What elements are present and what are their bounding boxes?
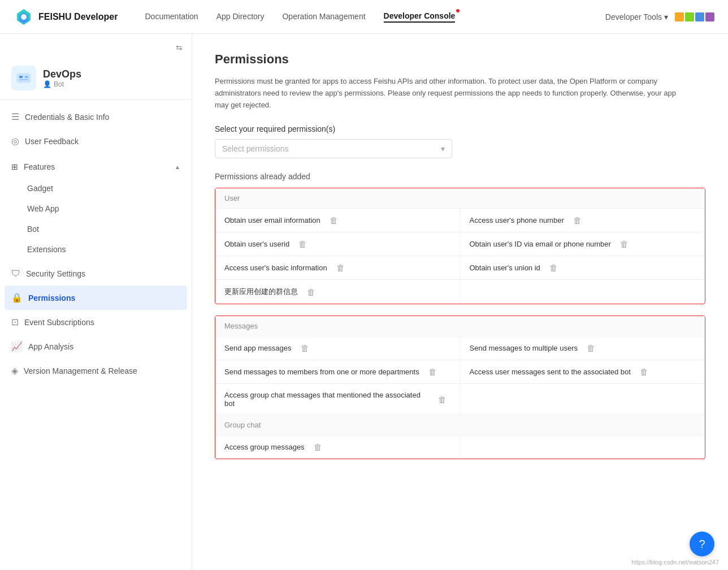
avatar-sq-4: [705, 12, 714, 21]
help-icon: ?: [699, 538, 705, 551]
user-avatar-squares[interactable]: [675, 12, 714, 21]
nav-operation-management[interactable]: Operation Management: [282, 12, 365, 22]
sidebar-item-features[interactable]: ⊞ Features ▲: [0, 156, 192, 178]
perm-cell: [461, 285, 705, 299]
delete-permission-button[interactable]: 🗑: [302, 287, 320, 297]
user-category-label: User: [215, 188, 705, 209]
svg-point-2: [21, 14, 27, 20]
nav-developer-console[interactable]: Developer Console: [384, 11, 456, 23]
table-row: Access group chat messages that mentione…: [215, 384, 705, 415]
delete-permission-button[interactable]: 🗑: [332, 263, 349, 273]
table-row: Send app messages 🗑 Send messages to mul…: [215, 336, 705, 360]
perm-cell: [461, 392, 705, 406]
sidebar-item-event-subscriptions[interactable]: ⊡ Event Subscriptions: [0, 310, 192, 334]
sidebar-item-app-analysis[interactable]: 📈 App Analysis: [0, 334, 192, 359]
delete-permission-button[interactable]: 🗑: [434, 395, 451, 404]
delete-permission-button[interactable]: 🗑: [424, 367, 441, 377]
sidebar-item-gadget[interactable]: Gadget: [0, 178, 192, 198]
features-section: ⊞ Features ▲ Gadget Web App Bot Extensio…: [0, 153, 192, 262]
sidebar-collapse-button[interactable]: ⇆: [0, 43, 192, 59]
delete-permission-button[interactable]: 🗑: [296, 343, 314, 353]
table-row: Obtain user email information 🗑 Access u…: [215, 209, 705, 232]
help-button[interactable]: ?: [690, 532, 714, 556]
event-icon: ⊡: [11, 317, 19, 327]
table-row: Access user's basic information 🗑 Obtain…: [215, 256, 705, 280]
app-icon: [11, 66, 36, 90]
page-description: Permissions must be granted for apps to …: [215, 76, 678, 111]
delete-permission-button[interactable]: 🗑: [309, 442, 327, 452]
perm-cell: Access user messages sent to the associa…: [461, 360, 705, 383]
perm-cell: Obtain user email information 🗑: [215, 209, 461, 232]
messages-permissions-box: Messages Send app messages 🗑 Send messag…: [215, 316, 705, 459]
delete-permission-button[interactable]: 🗑: [616, 239, 633, 249]
perm-cell: Send messages to members from one or mor…: [215, 360, 461, 383]
permissions-select[interactable]: Select permissions ▾: [215, 139, 452, 158]
user-permissions-box: User Obtain user email information 🗑 Acc…: [215, 188, 705, 304]
svg-rect-6: [19, 79, 28, 80]
table-row: Obtain user's userid 🗑 Obtain user's ID …: [215, 232, 705, 256]
collapse-icon: ⇆: [176, 43, 183, 52]
url-hint: https://blog.csdn.net/watson247: [631, 559, 719, 565]
perm-cell: Send app messages 🗑: [215, 336, 461, 360]
sidebar-item-web-app[interactable]: Web App: [0, 198, 192, 219]
permissions-added-label: Permissions already added: [215, 172, 705, 181]
logo-text: FEISHU Developer: [38, 12, 118, 22]
sidebar-item-extensions[interactable]: Extensions: [0, 239, 192, 260]
group-chat-category-label: Group chat: [215, 415, 705, 435]
perm-cell: Obtain user's ID via email or phone numb…: [461, 232, 705, 256]
delete-permission-button[interactable]: 🗑: [569, 215, 586, 225]
security-icon: 🛡: [11, 269, 20, 279]
select-placeholder: Select permissions: [222, 144, 289, 153]
perm-cell: [461, 441, 705, 454]
perm-cell: Access group messages 🗑: [215, 435, 461, 459]
nav-right: Developer Tools ▾: [605, 12, 714, 21]
sidebar-item-user-feedback[interactable]: ◎ User Feedback: [0, 129, 192, 153]
delete-permission-button[interactable]: 🗑: [582, 343, 600, 353]
sidebar-item-credentials[interactable]: ☰ Credentials & Basic Info: [0, 105, 192, 129]
perm-cell: Access user's phone number 🗑: [461, 209, 705, 232]
permissions-icon: 🔒: [11, 292, 23, 303]
notification-dot: [456, 9, 460, 12]
feishu-logo-icon: [14, 7, 34, 27]
app-type: 👤 Bot: [43, 80, 81, 88]
nav-app-directory[interactable]: App Directory: [216, 12, 265, 22]
app-header: DevOps 👤 Bot: [0, 59, 192, 100]
sidebar: ⇆ DevOps 👤 Bot ☰: [0, 34, 192, 570]
nav-developer-tools[interactable]: Developer Tools ▾: [605, 12, 668, 21]
credentials-icon: ☰: [11, 111, 19, 122]
nav-links: Documentation App Directory Operation Ma…: [145, 11, 587, 23]
table-row: 更新应用创建的群信息 🗑: [215, 280, 705, 304]
sidebar-menu: ☰ Credentials & Basic Info ◎ User Feedba…: [0, 100, 192, 387]
dropdown-arrow-icon: ▾: [441, 144, 445, 153]
main-content: Permissions Permissions must be granted …: [192, 34, 728, 570]
features-icon: ⊞: [11, 162, 18, 171]
select-permission-label: Select your required permission(s): [215, 124, 705, 133]
perm-cell: Send messages to multiple users 🗑: [461, 336, 705, 360]
table-row: Send messages to members from one or mor…: [215, 360, 705, 384]
features-chevron: ▲: [175, 164, 180, 170]
delete-permission-button[interactable]: 🗑: [294, 239, 311, 249]
delete-permission-button[interactable]: 🗑: [635, 367, 653, 377]
logo-area: FEISHU Developer: [14, 7, 118, 27]
sidebar-item-version[interactable]: ◈ Version Management & Release: [0, 359, 192, 383]
perm-cell: 更新应用创建的群信息 🗑: [215, 280, 461, 304]
delete-permission-button[interactable]: 🗑: [545, 263, 562, 273]
top-nav: FEISHU Developer Documentation App Direc…: [0, 0, 728, 34]
perm-cell: Access group chat messages that mentione…: [215, 384, 461, 414]
perm-cell: Obtain user's union id 🗑: [461, 256, 705, 279]
table-row: Access group messages 🗑: [215, 435, 705, 459]
nav-documentation[interactable]: Documentation: [145, 12, 198, 22]
perm-cell: Access user's basic information 🗑: [215, 256, 461, 279]
page-title: Permissions: [215, 52, 705, 67]
devops-icon: [16, 70, 32, 86]
avatar-sq-2: [685, 12, 694, 21]
svg-rect-3: [17, 74, 31, 83]
svg-rect-4: [19, 76, 23, 78]
sidebar-item-security[interactable]: 🛡 Security Settings: [0, 262, 192, 286]
svg-rect-5: [25, 76, 28, 78]
sidebar-item-permissions[interactable]: 🔒 Permissions: [5, 286, 187, 310]
perm-cell: Obtain user's userid 🗑: [215, 232, 461, 256]
avatar-sq-3: [695, 12, 704, 21]
sidebar-item-bot[interactable]: Bot: [0, 219, 192, 239]
delete-permission-button[interactable]: 🗑: [325, 215, 343, 225]
